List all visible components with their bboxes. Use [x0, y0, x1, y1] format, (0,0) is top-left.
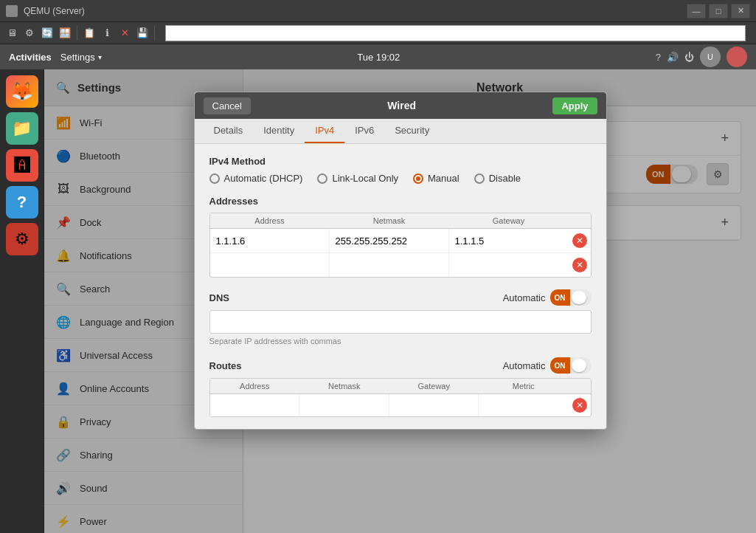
addresses-table: Address Netmask Gateway	[209, 213, 592, 278]
routes-toggle[interactable]: ON	[550, 357, 592, 374]
addr-input-address-1[interactable]	[210, 229, 330, 252]
modal-backdrop: Cancel Wired Apply Details Identity IPv4…	[44, 69, 756, 533]
routes-input-metric[interactable]	[479, 394, 569, 416]
taskbar-icon-save[interactable]: 💾	[135, 26, 150, 41]
topbar-help-icon[interactable]: ?	[656, 52, 661, 63]
addr-cell-address-1	[210, 229, 330, 252]
routes-toggle-label: ON	[550, 357, 570, 374]
dns-auto-label: Automatic	[503, 292, 546, 303]
user-avatar[interactable]: U	[700, 47, 721, 67]
taskbar-sep-1	[77, 26, 77, 41]
radio-disable-circle	[474, 173, 485, 184]
taskbar-icon-refresh[interactable]: 🔄	[40, 26, 55, 41]
routes-col-netmask: Netmask	[299, 379, 389, 393]
taskbar-icon-clipboard[interactable]: 📋	[82, 26, 97, 41]
window-icon	[6, 5, 18, 17]
addr-cell-address-2	[210, 253, 330, 277]
tab-details[interactable]: Details	[204, 119, 254, 143]
dialog-cancel-button[interactable]: Cancel	[204, 97, 251, 114]
files-icon: 📁	[12, 119, 32, 138]
tab-ipv4[interactable]: IPv4	[305, 119, 344, 143]
col-header-netmask: Netmask	[330, 213, 449, 228]
app-name-arrow: ▾	[98, 53, 102, 61]
radio-disable[interactable]: Disable	[474, 173, 521, 184]
minimize-button[interactable]: —	[687, 4, 706, 18]
topbar: Activities Settings ▾ Tue 19:02 ? 🔊 ⏻ U	[0, 44, 756, 69]
app-name-button[interactable]: Settings ▾	[60, 52, 102, 63]
tab-ipv6[interactable]: IPv6	[344, 119, 384, 143]
main-layout: 🦊 📁 🅰 ? ⚙ 🔍 Settings 📶 Wi-Fi 🔵 Blu	[0, 69, 756, 533]
appstore-icon: 🅰	[14, 156, 30, 175]
addr-del-2[interactable]: ✕	[569, 258, 591, 272]
taskbar-icon-info[interactable]: ℹ	[100, 26, 114, 41]
dock-item-files[interactable]: 📁	[6, 112, 38, 145]
addresses-section: Addresses Address Netmask Gateway	[209, 196, 592, 278]
user-avatar-2	[726, 47, 747, 67]
dns-section: DNS Automatic ON Separate IP addresses w…	[209, 289, 592, 345]
del-btn-1[interactable]: ✕	[572, 233, 587, 248]
taskbar-icon-windows[interactable]: 🪟	[58, 26, 72, 41]
routes-col-address: Address	[210, 379, 300, 393]
routes-table: Address Netmask Gateway Metric	[209, 378, 592, 417]
routes-del-btn-1[interactable]: ✕	[572, 398, 587, 413]
dock-item-firefox[interactable]: 🦊	[6, 75, 38, 108]
radio-dhcp[interactable]: Automatic (DHCP)	[209, 173, 303, 184]
taskbar-search-input[interactable]	[165, 25, 746, 41]
addr-row-2: ✕	[210, 253, 591, 277]
routes-title: Routes	[209, 360, 503, 371]
routes-cell-netmask	[299, 394, 389, 416]
taskbar-icon-gear[interactable]: ⚙	[22, 26, 37, 41]
tab-identity[interactable]: Identity	[253, 119, 305, 143]
radio-manual[interactable]: Manual	[413, 173, 460, 184]
taskbar-search	[165, 25, 746, 41]
addr-del-1[interactable]: ✕	[569, 233, 591, 248]
dock-item-help[interactable]: ?	[6, 186, 38, 219]
addr-input-address-2[interactable]	[210, 253, 330, 277]
dock-item-settings[interactable]: ⚙	[6, 223, 38, 255]
routes-auto: Automatic ON	[503, 357, 592, 374]
maximize-button[interactable]: □	[709, 4, 728, 18]
activities-button[interactable]: Activities	[9, 52, 52, 63]
close-button[interactable]: ✕	[731, 4, 750, 18]
dock-item-appstore[interactable]: 🅰	[6, 149, 38, 182]
dns-toggle-handle	[572, 291, 586, 304]
addr-input-gateway-1[interactable]	[449, 229, 569, 252]
routes-input-gateway[interactable]	[389, 394, 479, 416]
dialog-titlebar: Cancel Wired Apply	[195, 92, 606, 119]
radio-link-local-circle	[317, 173, 327, 184]
dns-input[interactable]	[209, 310, 592, 334]
tab-security[interactable]: Security	[384, 119, 440, 143]
del-btn-2[interactable]: ✕	[572, 258, 587, 272]
taskbar-icon-close[interactable]: ✕	[117, 26, 132, 41]
topbar-sound-icon[interactable]: 🔊	[667, 52, 679, 63]
settings-gear-icon: ⚙	[15, 230, 30, 249]
radio-dhcp-circle	[209, 173, 220, 184]
dock: 🦊 📁 🅰 ? ⚙	[0, 69, 44, 533]
routes-col-headers: Address Netmask Gateway Metric	[210, 379, 591, 394]
dns-toggle-label: ON	[550, 289, 570, 306]
radio-link-local-label: Link-Local Only	[332, 173, 398, 184]
dialog-title: Wired	[251, 100, 552, 111]
addr-input-netmask-1[interactable]	[330, 229, 449, 252]
addr-input-gateway-2[interactable]	[449, 253, 569, 277]
taskbar: 🖥 ⚙ 🔄 🪟 📋 ℹ ✕ 💾	[0, 22, 756, 44]
addr-cell-gateway-1	[449, 229, 569, 252]
routes-input-netmask[interactable]	[299, 394, 389, 416]
addr-input-netmask-2[interactable]	[330, 253, 449, 277]
routes-cell-metric	[479, 394, 569, 416]
routes-del-1[interactable]: ✕	[569, 398, 591, 413]
radio-link-local[interactable]: Link-Local Only	[317, 173, 398, 184]
addr-cell-gateway-2	[449, 253, 569, 277]
routes-col-gateway: Gateway	[389, 379, 479, 393]
dialog-apply-button[interactable]: Apply	[552, 97, 597, 114]
col-header-gateway: Gateway	[449, 213, 569, 228]
topbar-power-icon[interactable]: ⏻	[684, 52, 694, 63]
taskbar-icon-monitor[interactable]: 🖥	[4, 26, 19, 41]
routes-toggle-handle	[572, 359, 586, 372]
dns-hint: Separate IP addresses with commas	[209, 337, 592, 345]
radio-disable-label: Disable	[489, 173, 521, 184]
ipv4-method-label: IPv4 Method	[209, 156, 592, 167]
dns-auto: Automatic ON	[503, 289, 592, 306]
routes-input-address[interactable]	[210, 394, 300, 416]
dns-toggle[interactable]: ON	[550, 289, 592, 306]
